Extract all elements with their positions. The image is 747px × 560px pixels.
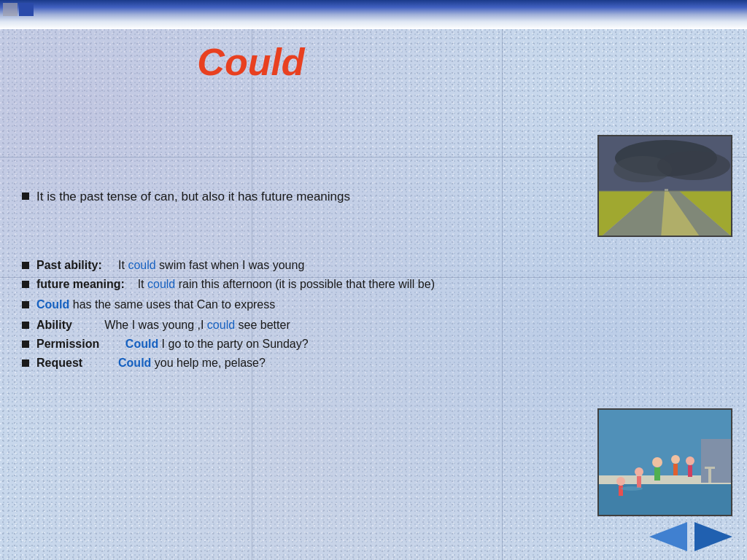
- slide-background: Could: [0, 0, 747, 560]
- bullet-marker-3: [22, 281, 29, 288]
- header-decoration: [3, 3, 34, 16]
- svg-point-26: [621, 486, 643, 491]
- svg-point-3: [657, 151, 730, 180]
- back-arrow-button[interactable]: [649, 522, 687, 551]
- svg-rect-9: [665, 189, 668, 191]
- svg-point-18: [652, 457, 662, 467]
- bullet-marker-4: [22, 301, 29, 308]
- bullet-past-tense: It is the past tense of can, but also it…: [22, 190, 481, 204]
- bullet-marker-2: [22, 262, 29, 269]
- svg-point-20: [671, 455, 680, 464]
- section-top: It is the past tense of can, but also it…: [0, 29, 502, 248]
- bullet-request: Request Could you help me, pelase?: [22, 357, 480, 370]
- bullet-permission: Permission Could I go to the party on Su…: [22, 338, 480, 351]
- header-square-gray: [3, 3, 18, 16]
- bullet-future-meaning: future meaning: It could rain this after…: [22, 278, 480, 291]
- svg-rect-15: [619, 486, 623, 496]
- label-permission: Permission: [36, 338, 99, 350]
- bullet-ability: Ability Whe I was young ,I could see bet…: [22, 319, 480, 332]
- bullet-marker-6: [22, 341, 29, 348]
- could-highlight-2: could: [147, 278, 175, 290]
- text-suffix-5: I go to the party on Sunday?: [158, 338, 308, 350]
- svg-rect-21: [673, 464, 678, 475]
- svg-rect-19: [654, 467, 660, 481]
- label-request: Request: [36, 357, 82, 369]
- text-suffix-3: has the same uses that Can to express: [69, 298, 275, 311]
- header-bar: [0, 0, 747, 29]
- svg-point-16: [635, 467, 643, 476]
- svg-point-22: [686, 456, 694, 465]
- svg-rect-25: [705, 467, 715, 469]
- text-it-1: It: [118, 259, 128, 271]
- bullet-marker-1: [22, 192, 29, 200]
- text-suffix-2: rain this afternoon (it is possible that…: [175, 278, 435, 290]
- bullet-text-1: It is the past tense of can, but also it…: [36, 190, 350, 204]
- bullet-marker-7: [22, 359, 29, 367]
- header-square-blue: [19, 3, 34, 16]
- pool-image: [597, 408, 732, 516]
- could-highlight-3: Could: [36, 298, 69, 311]
- svg-rect-13: [701, 439, 732, 483]
- text-it-2: It: [138, 278, 147, 290]
- bullet-same-uses: Could has the same uses that Can to expr…: [22, 298, 480, 311]
- vertical-line-2: [502, 29, 503, 560]
- could-highlight-6: Could: [118, 357, 151, 369]
- text-suffix-4: see better: [235, 319, 290, 331]
- text-prefix-4: Whe I was young ,I: [104, 319, 207, 331]
- svg-rect-23: [688, 465, 692, 477]
- label-ability: Ability: [36, 319, 72, 331]
- label-future-meaning: future meaning:: [36, 278, 125, 290]
- svg-point-14: [616, 477, 625, 486]
- section-bottom: Past ability: It could swim fast when I …: [0, 248, 502, 560]
- could-highlight-4: could: [207, 319, 235, 331]
- label-past-ability: Past ability:: [36, 259, 102, 271]
- could-highlight-1: could: [128, 259, 155, 271]
- forward-arrow-button[interactable]: [694, 522, 732, 551]
- navigation-arrows: [649, 522, 732, 551]
- bullet-marker-5: [22, 322, 29, 329]
- svg-rect-17: [637, 476, 641, 488]
- svg-rect-24: [708, 468, 711, 483]
- road-image: [597, 135, 732, 237]
- text-suffix-6: you help me, pelase?: [151, 357, 266, 369]
- could-highlight-5: Could: [125, 338, 158, 350]
- text-suffix-1: swim fast when I was young: [156, 259, 305, 271]
- bullet-past-ability: Past ability: It could swim fast when I …: [22, 259, 480, 272]
